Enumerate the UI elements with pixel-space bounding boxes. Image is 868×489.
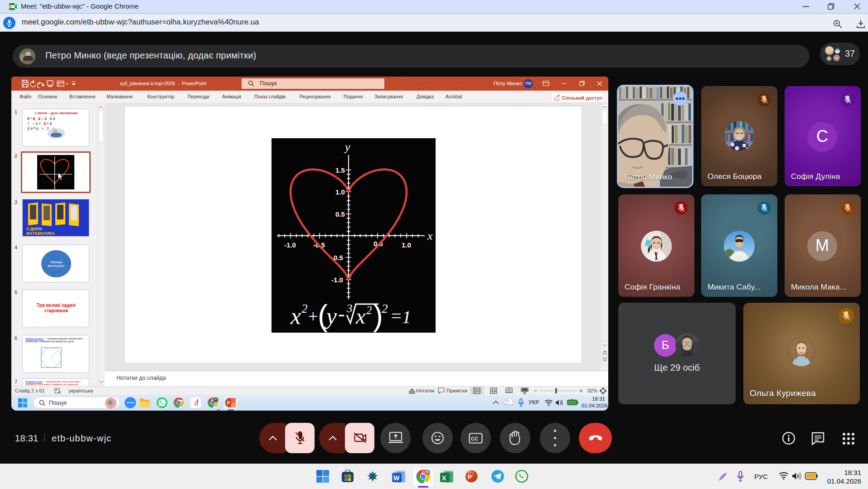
svg-text:x: x — [290, 303, 301, 329]
svg-text:1.5: 1.5 — [335, 166, 345, 174]
svg-text:2: 2 — [301, 302, 308, 315]
svg-text:x: x — [355, 304, 365, 328]
svg-text:1: 1 — [402, 307, 411, 327]
svg-text:P: P — [227, 401, 230, 406]
svg-text:-: - — [338, 303, 345, 325]
svg-text:y: y — [344, 140, 350, 154]
svg-text:-1.0: -1.0 — [284, 241, 296, 249]
svg-text:2: 2 — [366, 304, 372, 316]
svg-text:0.5: 0.5 — [335, 210, 345, 218]
svg-text:CC: CC — [471, 436, 478, 441]
svg-text:1.0: 1.0 — [402, 241, 411, 249]
svg-text:x: x — [427, 229, 433, 242]
svg-text:=: = — [391, 306, 402, 326]
svg-text:-1.0: -1.0 — [331, 276, 343, 284]
svg-text:+: + — [308, 307, 318, 326]
svg-text:y: y — [324, 303, 337, 329]
svg-text:W: W — [393, 474, 400, 482]
svg-text:3: 3 — [346, 302, 353, 315]
svg-text:2: 2 — [382, 302, 388, 315]
svg-text:X: X — [442, 474, 446, 482]
svg-text:1.0: 1.0 — [335, 188, 345, 196]
svg-text:P: P — [468, 474, 472, 480]
